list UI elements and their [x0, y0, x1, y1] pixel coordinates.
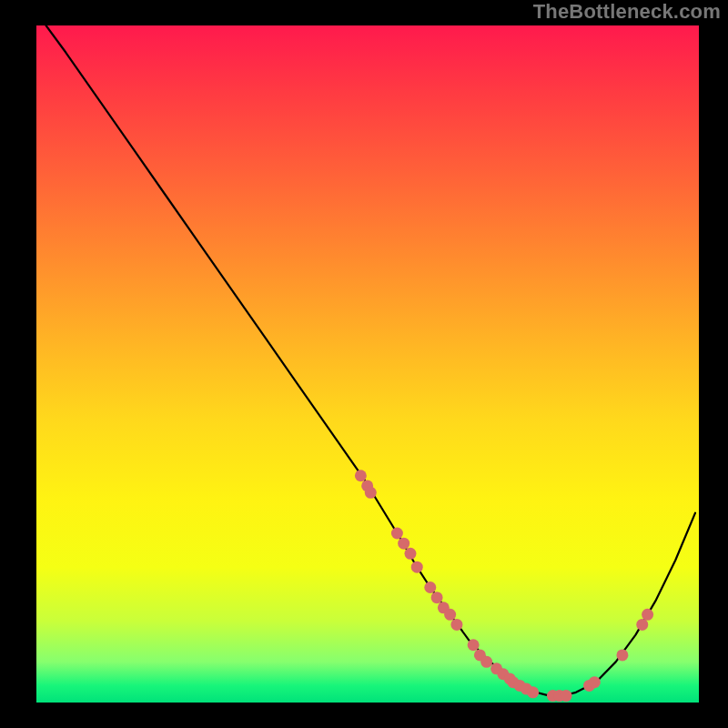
bottleneck-curve — [46, 25, 695, 696]
curve-marker — [589, 676, 601, 688]
curve-marker — [398, 538, 410, 550]
watermark-text: TheBottleneck.com — [533, 0, 721, 24]
chart-container: TheBottleneck.com — [0, 0, 728, 728]
curve-marker — [355, 470, 367, 481]
curve-marker — [642, 609, 653, 621]
curve-marker — [480, 656, 492, 668]
curve-markers — [355, 470, 653, 702]
curve-marker — [391, 528, 403, 540]
curve-marker — [365, 487, 377, 499]
curve-marker — [450, 619, 462, 631]
curve-marker — [424, 581, 436, 593]
curve-marker — [411, 561, 423, 573]
curve-marker — [431, 592, 443, 603]
curve-marker — [527, 686, 539, 698]
curve-marker — [444, 609, 456, 621]
curve-marker — [636, 619, 648, 631]
curve-marker — [561, 690, 572, 702]
curve-marker — [616, 649, 628, 661]
curve-marker — [468, 639, 480, 651]
curve-marker — [404, 548, 416, 560]
chart-overlay — [33, 25, 699, 706]
